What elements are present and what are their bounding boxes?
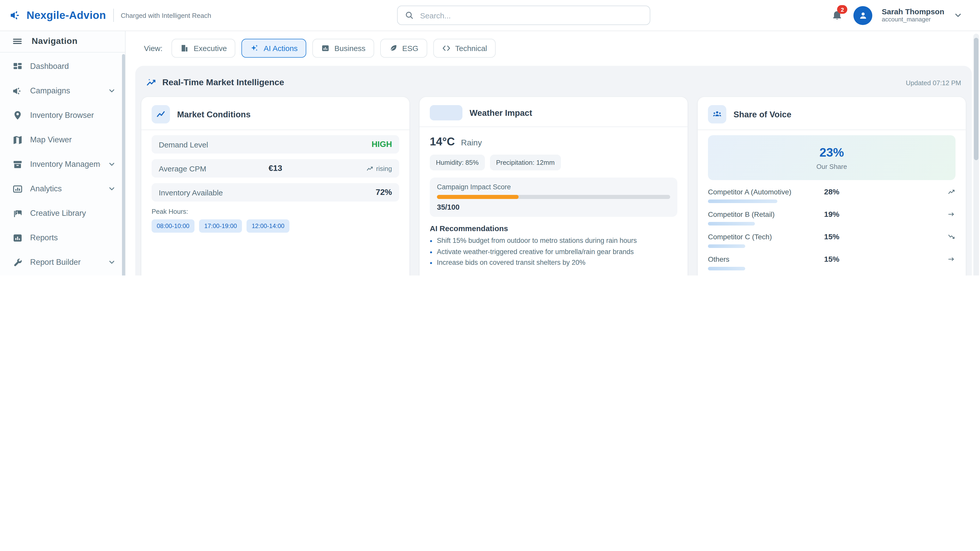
sidebar-scrollbar[interactable]	[122, 54, 125, 275]
user-menu-chevron-down-icon[interactable]	[953, 11, 963, 20]
peak-hours-label: Peak Hours:	[151, 208, 399, 215]
sidebar-item-reports[interactable]: Reports	[0, 225, 121, 250]
global-search[interactable]	[397, 6, 650, 25]
weather-condition: Rainy	[461, 138, 482, 148]
trending-sparkle-icon	[146, 77, 157, 88]
sidebar-item-label: Dashboard	[30, 62, 116, 71]
top-bar: Nexgile-Advion Charged with Intelligent …	[0, 0, 980, 31]
notification-count-badge: 2	[837, 5, 848, 14]
trend-up-icon	[947, 187, 956, 196]
competitor-row: Competitor A (Automotive) 28%	[708, 187, 956, 203]
brand-divider	[113, 9, 114, 22]
campaign-impact-box: Campaign Impact Score 35/100	[430, 178, 677, 217]
competitor-row: Competitor C (Tech) 15%	[708, 232, 956, 248]
updated-timestamp: Updated 07:12 PM	[906, 79, 961, 86]
market-intelligence-section: Real-Time Market Intelligence Updated 07…	[135, 66, 972, 275]
ai-recommendation: •Shift 15% budget from outdoor to metro …	[430, 236, 677, 247]
inventory-available-row: Inventory Available 72%	[151, 183, 399, 202]
chevron-down-icon	[108, 185, 116, 193]
view-switcher: View: Executive AI Actions Business ESG …	[125, 30, 980, 66]
page-scrollbar[interactable]	[974, 34, 979, 275]
sidebar-item-report-builder[interactable]: Report Builder	[0, 250, 121, 275]
sidebar: Navigation Dashboard Campaigns Inventory…	[0, 30, 126, 275]
tab-business[interactable]: Business	[312, 39, 374, 58]
chevron-down-icon	[108, 258, 116, 266]
tab-ai-actions[interactable]: AI Actions	[242, 39, 306, 58]
weather-impact-card: Weather Impact 14°C Rainy Humidity: 85% …	[419, 97, 688, 275]
sparkles-icon	[250, 44, 259, 52]
sidebar-item-dashboard[interactable]: Dashboard	[0, 54, 121, 79]
megaphone-logo-icon	[9, 9, 21, 21]
impact-progress-fill	[437, 195, 519, 199]
map-icon	[12, 135, 23, 145]
demand-level-row: Demand Level HIGH	[151, 135, 399, 154]
impact-score: 35/100	[437, 203, 670, 211]
map-pin-icon	[12, 110, 23, 121]
user-role: account_manager	[882, 16, 944, 23]
inventory-value: 72%	[375, 188, 392, 197]
building-icon	[180, 44, 189, 52]
brand[interactable]: Nexgile-Advion Charged with Intelligent …	[9, 0, 211, 30]
ai-recommendations-title: AI Recommendations	[430, 224, 677, 233]
sidebar-item-campaigns[interactable]: Campaigns	[0, 79, 121, 103]
leaf-icon	[389, 44, 398, 52]
sidebar-item-inventory-management[interactable]: Inventory Management	[0, 152, 121, 176]
dashboard-icon	[12, 61, 23, 72]
report-chart-icon	[12, 232, 23, 243]
peak-hour-chip: 17:00-19:00	[199, 219, 242, 233]
ai-recommendation: •Activate weather-triggered creative for…	[430, 247, 677, 258]
chevron-down-icon	[108, 87, 116, 95]
sidebar-item-map-viewer[interactable]: Map Viewer	[0, 127, 121, 152]
hamburger-menu-icon[interactable]	[12, 36, 22, 46]
temperature-value: 14°C	[430, 135, 455, 148]
weather-icon-placeholder	[430, 105, 463, 121]
user-icon	[858, 10, 868, 21]
tab-technical[interactable]: Technical	[433, 39, 496, 58]
search-icon	[405, 11, 414, 20]
megaphone-icon	[12, 86, 23, 96]
people-group-icon	[708, 105, 726, 124]
sidebar-item-brand-solutions[interactable]: Brand Solutions	[0, 275, 121, 275]
peak-hour-chip: 08:00-10:00	[151, 219, 194, 233]
competitor-share-bar	[708, 245, 745, 248]
average-cpm-row: Average CPM €13 rising	[151, 159, 399, 178]
sidebar-item-inventory-browser[interactable]: Inventory Browser	[0, 103, 121, 127]
chevron-down-icon	[108, 160, 116, 168]
cpm-trend-label: rising	[376, 165, 392, 172]
our-share-value: 23%	[819, 145, 844, 159]
impact-progress-track	[437, 195, 670, 199]
sidebar-title: Navigation	[32, 36, 78, 46]
wrench-icon	[12, 257, 23, 268]
card-title: Share of Voice	[733, 110, 791, 119]
tab-esg[interactable]: ESG	[380, 39, 427, 58]
trend-flat-icon	[947, 210, 956, 218]
view-label: View:	[144, 44, 162, 52]
cpm-value: €13	[237, 164, 314, 173]
section-title: Real-Time Market Intelligence	[162, 78, 900, 88]
archive-box-icon	[12, 159, 23, 170]
brand-name: Nexgile-Advion	[27, 9, 106, 21]
share-of-voice-card: Share of Voice 23% Our Share Competitor …	[697, 97, 966, 275]
market-conditions-card: Market Conditions Demand Level HIGH Aver…	[141, 97, 410, 275]
search-input[interactable]	[419, 11, 643, 20]
bar-chart-icon	[12, 183, 23, 194]
sidebar-item-analytics[interactable]: Analytics	[0, 176, 121, 201]
our-share-label: Our Share	[816, 162, 847, 170]
tab-executive[interactable]: Executive	[172, 39, 235, 58]
peak-hour-chip: 12:00-14:00	[247, 219, 290, 233]
competitor-share-bar	[708, 267, 745, 270]
card-title: Market Conditions	[177, 110, 251, 119]
sidebar-item-creative-library[interactable]: Creative Library	[0, 201, 121, 225]
competitor-row: Others 15%	[708, 254, 956, 270]
competitor-row: Competitor B (Retail) 19%	[708, 210, 956, 225]
notifications-button[interactable]: 2	[831, 9, 845, 22]
avatar[interactable]	[854, 6, 873, 25]
competitor-share-bar	[708, 200, 777, 203]
trend-down-icon	[947, 232, 956, 241]
user-info[interactable]: Sarah Thompson account_manager	[882, 7, 944, 23]
brand-tagline: Charged with Intelligent Reach	[121, 11, 211, 19]
main-content: View: Executive AI Actions Business ESG …	[125, 30, 980, 275]
scrollbar-thumb[interactable]	[974, 38, 978, 160]
image-library-icon	[12, 208, 23, 219]
code-icon	[442, 44, 450, 52]
